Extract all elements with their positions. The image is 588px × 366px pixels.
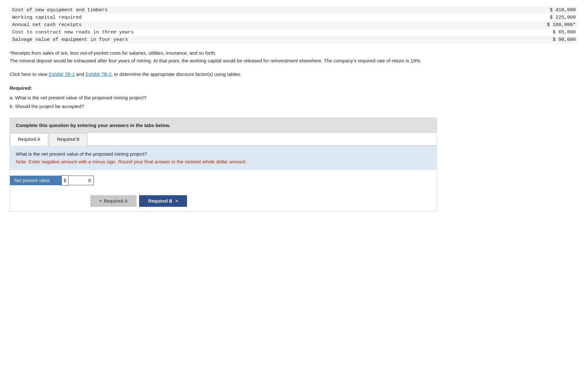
tab-required-b[interactable]: Required B: [49, 133, 87, 146]
next-button[interactable]: Required B >: [139, 195, 187, 207]
tab-content: What is the net present value of the pro…: [10, 146, 437, 211]
footnote-section: *Receipts from sales of ore, less out-of…: [10, 49, 578, 65]
nav-buttons: <Required A Required B >: [10, 191, 437, 211]
cost-row-value: $ 90,000: [537, 36, 578, 43]
tab-header-box: What is the net present value of the pro…: [10, 146, 437, 170]
next-arrow: >: [174, 198, 178, 204]
net-present-value-input[interactable]: [68, 176, 94, 185]
question-a: a. What is the net present value of the …: [10, 93, 578, 102]
cost-row-value: $ 225,000: [537, 14, 578, 21]
cost-row-value: $ 410,000: [537, 6, 578, 14]
tab-required-a[interactable]: Required A: [10, 133, 48, 146]
cost-row-value: $ 65,000: [537, 29, 578, 36]
tabs-container: Required A Required B What is the net pr…: [10, 133, 437, 212]
prev-label: Required A: [104, 198, 128, 204]
prev-arrow: <: [99, 198, 102, 204]
dollar-sign: $: [61, 175, 68, 186]
cost-row-label: Working capital required: [10, 14, 537, 21]
exhibit-7b2-link[interactable]: Exhibit 7B-2: [85, 71, 111, 77]
input-row: Net present value $: [10, 170, 437, 191]
footnote-line2: The mineral deposit would be exhausted a…: [10, 57, 578, 65]
exhibit-prefix: Click here to view: [10, 71, 49, 77]
input-label: Net present value: [10, 176, 61, 185]
cost-row-value: $ 160,000*: [537, 21, 578, 29]
question-b: b. Should the project be accepted?: [10, 102, 578, 111]
tab-note: Note: Enter negative amount with a minus…: [16, 158, 431, 166]
questions-section: a. What is the net present value of the …: [10, 93, 578, 111]
next-label: Required B: [148, 198, 172, 204]
cost-table: Cost of new equipment and timbers$ 410,0…: [10, 6, 578, 43]
required-heading: Required:: [10, 85, 578, 91]
tab-question: What is the net present value of the pro…: [16, 150, 431, 158]
prev-button[interactable]: <Required A: [90, 195, 137, 207]
complete-box: Complete this question by entering your …: [10, 118, 437, 133]
exhibit-link-section: Click here to view Exhibit 7B-1 and Exhi…: [10, 70, 578, 78]
exhibit-suffix: , to determine the appropriate discount …: [111, 71, 241, 77]
exhibit-middle: and: [75, 71, 85, 77]
cost-row-label: Annual net cash receipts: [10, 21, 537, 29]
footnote-line1: *Receipts from sales of ore, less out-of…: [10, 49, 578, 57]
exhibit-7b1-link[interactable]: Exhibit 7B-1: [49, 71, 75, 77]
cost-row-label: Salvage value of equipment in four years: [10, 36, 537, 43]
cost-row-label: Cost to construct new roads in three yea…: [10, 29, 537, 36]
cost-row-label: Cost of new equipment and timbers: [10, 6, 537, 14]
tabs-row: Required A Required B: [10, 133, 437, 146]
